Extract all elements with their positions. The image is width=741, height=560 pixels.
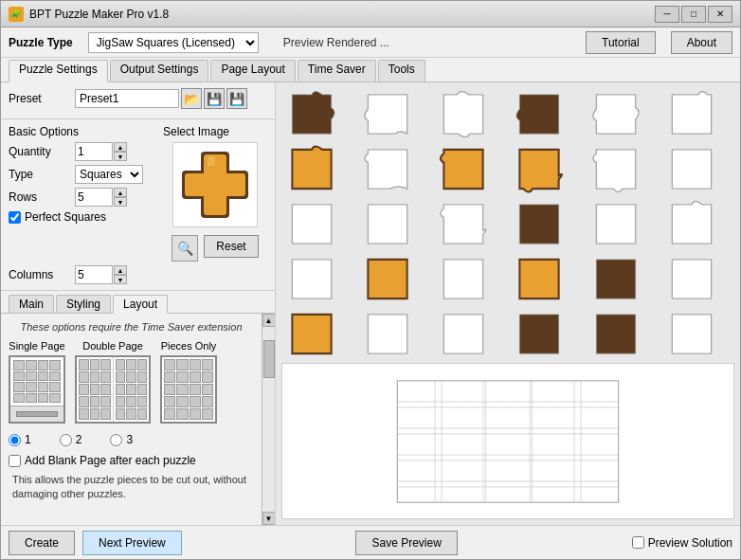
preview-solution-checkbox[interactable] <box>632 536 644 549</box>
scroll-up-button[interactable]: ▲ <box>262 314 276 327</box>
rows-up[interactable]: ▲ <box>114 188 127 197</box>
radio-1-input[interactable] <box>9 434 21 446</box>
piece-22 <box>509 253 569 305</box>
select-image-label: Select Image <box>163 125 229 138</box>
piece-27 <box>433 308 494 360</box>
tab-output-settings[interactable]: Output Settings <box>110 60 209 81</box>
tab-tools[interactable]: Tools <box>378 60 425 81</box>
folder-icon-button[interactable]: 📂 <box>181 88 202 109</box>
puzzle-type-select[interactable]: JigSaw Squares (Licensed) <box>88 32 259 53</box>
full-puzzle-area <box>281 363 734 519</box>
rows-down[interactable]: ▼ <box>114 197 127 207</box>
quantity-up[interactable]: ▲ <box>114 142 127 152</box>
about-button[interactable]: About <box>671 31 732 54</box>
radio-3[interactable]: 3 <box>110 433 133 446</box>
content-area: Preset 📂 💾 💾 Basic Options Quantity <box>1 82 740 525</box>
tab-time-saver[interactable]: Time Saver <box>298 60 376 81</box>
add-blank-label: Add Blank Page after each puzzle <box>25 454 196 467</box>
toolbar: Puzzle Type JigSaw Squares (Licensed) Pr… <box>1 27 740 58</box>
piece-2 <box>357 88 418 140</box>
add-blank-checkbox[interactable] <box>9 455 21 467</box>
piece-28 <box>509 308 569 360</box>
pieces-grid <box>281 88 734 360</box>
layout-scroll-area: These options require the Time Saver ext… <box>1 314 262 525</box>
double-page-option[interactable]: Double Page <box>75 340 151 424</box>
sub-tab-layout[interactable]: Layout <box>113 295 168 314</box>
piece-14 <box>357 198 418 250</box>
create-button[interactable]: Create <box>9 531 75 555</box>
piece-3 <box>433 88 494 140</box>
left-panel: Preset 📂 💾 💾 Basic Options Quantity <box>1 82 276 525</box>
preset-label: Preset <box>9 92 75 105</box>
type-select[interactable]: Squares <box>75 165 143 184</box>
scrollbar-track[interactable]: ▲ ▼ <box>262 314 275 525</box>
main-window: 🧩 BPT Puzzle Maker Pro v1.8 ─ □ ✕ Puzzle… <box>0 0 741 560</box>
search-image-button[interactable]: 🔍 <box>172 235 198 262</box>
single-page-label: Single Page <box>9 340 64 352</box>
layout-radio-row: 1 2 3 <box>9 433 254 446</box>
title-bar: 🧩 BPT Puzzle Maker Pro v1.8 ─ □ ✕ <box>1 1 740 27</box>
piece-4 <box>509 88 569 140</box>
radio-2-input[interactable] <box>60 434 72 446</box>
rows-label: Rows <box>9 190 75 204</box>
radio-1[interactable]: 1 <box>9 433 31 446</box>
columns-label: Columns <box>9 268 75 281</box>
reset-button[interactable]: Reset <box>204 235 258 258</box>
perfect-squares-checkbox[interactable] <box>9 211 21 224</box>
radio-3-input[interactable] <box>110 434 122 446</box>
quantity-down[interactable]: ▼ <box>114 152 127 161</box>
scrollbar-thumb[interactable] <box>263 340 275 378</box>
piece-13 <box>281 198 342 250</box>
rows-arrows: ▲ ▼ <box>114 188 127 207</box>
tab-page-layout[interactable]: Page Layout <box>210 60 295 81</box>
columns-input[interactable] <box>75 265 113 284</box>
window-title: BPT Puzzle Maker Pro v1.8 <box>29 8 655 21</box>
scroll-down-button[interactable]: ▼ <box>262 512 276 525</box>
maximize-button[interactable]: □ <box>681 6 706 23</box>
columns-spinner: ▲ ▼ <box>75 265 127 284</box>
sub-tab-bar: Main Styling Layout <box>1 291 275 314</box>
piece-7 <box>281 143 342 195</box>
perfect-squares-label: Perfect Squares <box>25 210 106 224</box>
piece-21 <box>433 253 494 305</box>
svg-rect-6 <box>397 380 618 501</box>
pieces-only-label: Pieces Only <box>161 340 217 352</box>
rows-input[interactable] <box>75 188 113 207</box>
single-page-thumb <box>9 355 65 424</box>
sub-tab-styling[interactable]: Styling <box>56 295 111 313</box>
pieces-only-option[interactable]: Pieces Only <box>160 340 217 424</box>
minimize-button[interactable]: ─ <box>655 6 679 23</box>
save-as-icon-button[interactable]: 💾 <box>226 88 247 109</box>
save-preview-button[interactable]: Save Preview <box>355 531 457 555</box>
quantity-spinner: ▲ ▼ <box>75 142 127 161</box>
tutorial-button[interactable]: Tutorial <box>586 31 656 54</box>
piece-19 <box>281 253 342 305</box>
columns-up[interactable]: ▲ <box>114 265 127 275</box>
tab-puzzle-settings[interactable]: Puzzle Settings <box>9 60 108 82</box>
preset-row: Preset 📂 💾 💾 <box>9 88 267 109</box>
piece-1 <box>281 88 342 140</box>
columns-down[interactable]: ▼ <box>114 275 127 284</box>
preview-solution-wrap: Preview Solution <box>632 536 732 550</box>
next-preview-button[interactable]: Next Preview <box>82 531 182 555</box>
svg-rect-3 <box>185 173 245 196</box>
columns-arrows: ▲ ▼ <box>114 265 127 284</box>
image-preview[interactable] <box>172 142 258 227</box>
main-tab-bar: Puzzle Settings Output Settings Page Lay… <box>1 58 740 82</box>
sub-tab-main[interactable]: Main <box>9 295 54 313</box>
close-button[interactable]: ✕ <box>708 6 732 23</box>
columns-row: Columns ▲ ▼ <box>9 265 267 284</box>
quantity-input[interactable] <box>75 142 113 161</box>
double-page-label: Double Page <box>82 340 143 352</box>
quantity-arrows: ▲ ▼ <box>114 142 127 161</box>
app-icon: 🧩 <box>9 7 24 22</box>
description-text: This allows the puzzle pieces to be cut … <box>9 473 254 502</box>
save-icon-button[interactable]: 💾 <box>204 88 225 109</box>
quantity-row: Quantity ▲ ▼ <box>9 142 155 161</box>
rows-row: Rows ▲ ▼ <box>9 188 155 207</box>
layout-note: These options require the Time Saver ext… <box>9 321 254 333</box>
basic-options-section: Basic Options Quantity ▲ ▼ <box>1 119 275 291</box>
preset-input[interactable] <box>75 89 179 108</box>
radio-2[interactable]: 2 <box>60 433 82 446</box>
single-page-option[interactable]: Single Page <box>9 340 65 424</box>
